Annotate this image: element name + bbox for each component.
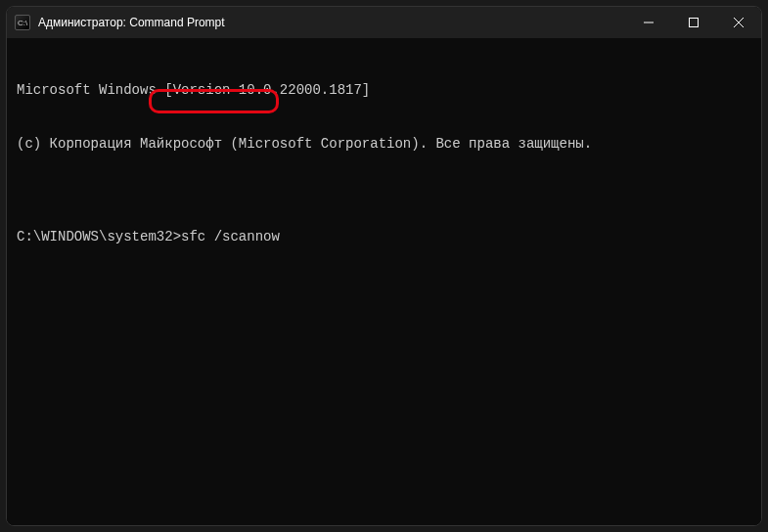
close-button[interactable] xyxy=(716,7,761,38)
terminal-body[interactable]: Microsoft Windows [Version 10.0.22000.18… xyxy=(7,38,761,525)
prompt-line: C:\WINDOWS\system32>sfc /scannow xyxy=(17,228,751,245)
close-icon xyxy=(734,18,744,27)
command-prompt-window: C:\ Администратор: Command Prompt xyxy=(6,6,762,526)
minimize-icon xyxy=(644,18,654,27)
window-title: Администратор: Command Prompt xyxy=(38,16,225,29)
maximize-icon xyxy=(689,18,699,27)
prompt-text: C:\WINDOWS\system32> xyxy=(17,228,181,245)
cmd-icon: C:\ xyxy=(15,15,30,30)
command-text: sfc /scannow xyxy=(181,228,280,245)
svg-rect-1 xyxy=(690,19,699,27)
minimize-button[interactable] xyxy=(626,7,671,38)
maximize-button[interactable] xyxy=(671,7,716,38)
cmd-icon-glyph: C:\ xyxy=(18,19,27,27)
titlebar[interactable]: C:\ Администратор: Command Prompt xyxy=(7,7,761,38)
window-controls xyxy=(626,7,761,38)
titlebar-left: C:\ Администратор: Command Prompt xyxy=(15,15,225,30)
copyright-line: (c) Корпорация Майкрософт (Microsoft Cor… xyxy=(17,135,751,153)
version-line: Microsoft Windows [Version 10.0.22000.18… xyxy=(17,81,751,99)
